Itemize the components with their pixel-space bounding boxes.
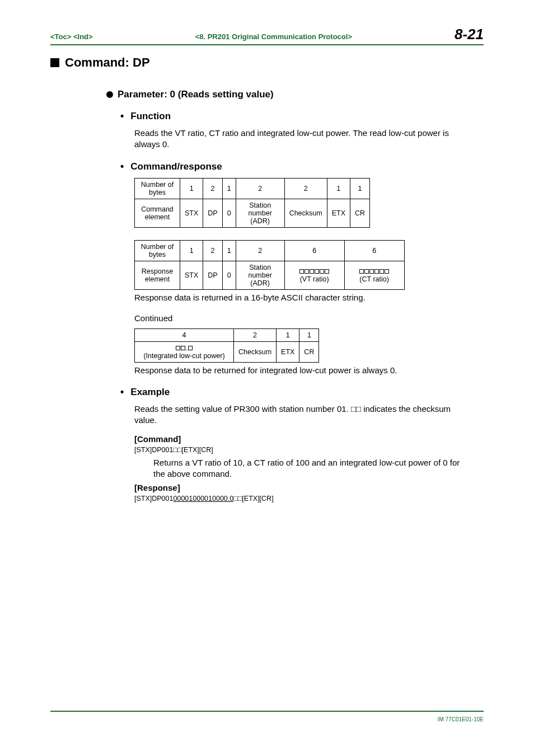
response-bytes-table-part2: 4 2 1 1 . (Integrated low-cut power) Che…: [134, 328, 319, 363]
cell: 4: [135, 328, 234, 341]
cell: 1: [180, 240, 203, 261]
cell-label: Command element: [135, 199, 180, 227]
cell: 1: [350, 178, 370, 199]
resp-suffix: □□[ETX][CR]: [233, 495, 273, 503]
footer-divider: [50, 711, 484, 712]
cell: Checksum: [234, 341, 277, 362]
cell: 0: [222, 261, 236, 289]
cell: ETX: [277, 341, 299, 362]
parameter-heading-text: Parameter: 0 (Reads setting value): [118, 89, 274, 100]
doc-id: IM 77C01E01-10E: [50, 716, 484, 722]
cell: 0: [222, 199, 236, 227]
table-row: Response element STX DP 0 Stationnumber(…: [135, 261, 405, 289]
cell: . (Integrated low-cut power): [135, 341, 234, 362]
ind-link[interactable]: <Ind>: [73, 32, 93, 41]
cell: 6: [344, 240, 404, 261]
cell-label: Number of bytes: [135, 240, 180, 261]
cell: CR: [350, 199, 370, 227]
cell: 1: [222, 240, 236, 261]
cell: 1: [222, 178, 236, 199]
cell-sub: (Integrated low-cut power): [143, 352, 224, 360]
example-response-line: [STX]DP00100001000010000.0□□[ETX][CR]: [134, 495, 484, 503]
page-number: 8-21: [455, 26, 484, 43]
parameter-heading: Parameter: 0 (Reads setting value): [106, 89, 484, 100]
cell: CR: [299, 341, 319, 362]
cell: (CT ratio): [344, 261, 404, 289]
cell: ETX: [327, 199, 350, 227]
response-bytes-table-part1: Number of bytes 1 2 1 2 6 6 Response ele…: [134, 240, 405, 290]
cell: 2: [203, 240, 222, 261]
resp-prefix: [STX]DP001: [134, 495, 173, 503]
continued-label: Continued: [134, 313, 484, 323]
cell: 1: [299, 328, 319, 341]
example-response-label: [Response]: [134, 483, 484, 492]
placeholder-boxes-icon: [299, 268, 330, 275]
cell: STX: [180, 261, 203, 289]
cell: Stationnumber(ADR): [236, 199, 284, 227]
example-returns-text: Returns a VT ratio of 10, a CT ratio of …: [153, 457, 461, 480]
table-row: Command element STX DP 0 Stationnumber(A…: [135, 199, 370, 227]
cell: 2: [236, 178, 284, 199]
cell: 6: [284, 240, 344, 261]
table-row: 4 2 1 1: [135, 328, 319, 341]
header-divider: [50, 44, 484, 45]
cell: 2: [236, 240, 284, 261]
table-row: . (Integrated low-cut power) Checksum ET…: [135, 341, 319, 362]
breadcrumb: <8. PR201 Original Communication Protoco…: [195, 32, 352, 41]
cell: DP: [203, 261, 222, 289]
page-footer: IM 77C01E01-10E: [50, 706, 484, 722]
cell-label: Response element: [135, 261, 180, 289]
function-text: Reads the VT ratio, CT ratio and integra…: [134, 128, 467, 151]
page-header: <Toc> <Ind> <8. PR201 Original Communica…: [50, 26, 484, 43]
command-heading-text: Command: DP: [65, 55, 150, 70]
nav-links: <Toc> <Ind>: [50, 32, 93, 41]
cell: Checksum: [284, 199, 327, 227]
response-note-1: Response data is returned in a 16-byte A…: [134, 292, 467, 303]
cell-sub: (CT ratio): [359, 275, 389, 283]
toc-link[interactable]: <Toc>: [50, 32, 71, 41]
cell: 1: [327, 178, 350, 199]
response-note-2: Response data to be returned for integra…: [134, 365, 467, 376]
function-heading: Function: [120, 110, 484, 122]
example-intro: Reads the setting value of PR300 with st…: [134, 403, 467, 426]
example-heading: Example: [120, 386, 484, 398]
cell: 1: [180, 178, 203, 199]
cell: 2: [284, 178, 327, 199]
cell: 2: [203, 178, 222, 199]
cell: STX: [180, 199, 203, 227]
placeholder-boxes-icon: [359, 268, 390, 275]
square-bullet-icon: [50, 58, 59, 67]
cell-sub: (VT ratio): [300, 275, 329, 283]
cell: (VT ratio): [284, 261, 344, 289]
example-command-label: [Command]: [134, 434, 484, 444]
command-heading: Command: DP: [50, 55, 484, 70]
table-row: Number of bytes 1 2 1 2 6 6: [135, 240, 405, 261]
cell: 1: [277, 328, 299, 341]
table-row: Number of bytes 1 2 1 2 2 1 1: [135, 178, 370, 199]
example-command-line: [STX]DP001□□[ETX][CR]: [134, 446, 484, 454]
cell-label: Number of bytes: [135, 178, 180, 199]
command-bytes-table: Number of bytes 1 2 1 2 2 1 1 Command el…: [134, 178, 370, 228]
dot-bullet-icon: [106, 91, 113, 98]
cmdresp-heading: Command/response: [120, 161, 484, 172]
placeholder-boxes-icon: .: [176, 345, 193, 352]
cell: DP: [203, 199, 222, 227]
resp-underlined-1: 000010000100: [173, 495, 219, 503]
resp-underlined-2: 00.0: [220, 495, 233, 503]
cell: Stationnumber(ADR): [236, 261, 284, 289]
cell: 2: [234, 328, 277, 341]
